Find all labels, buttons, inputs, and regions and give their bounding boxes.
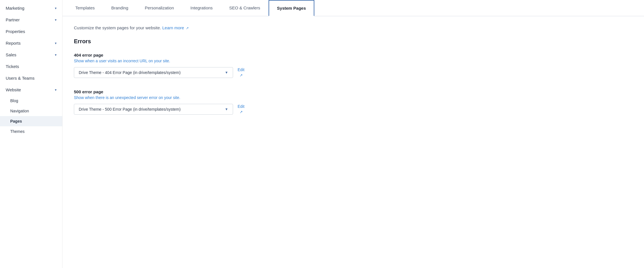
- sidebar-sub-item-navigation[interactable]: Navigation: [0, 106, 62, 116]
- chevron-down-icon: ▾: [55, 88, 57, 92]
- error-500-label: 500 error page: [74, 89, 307, 94]
- sidebar-sub-item-label: Themes: [10, 129, 25, 134]
- sidebar-sub-item-label: Blog: [10, 98, 18, 103]
- sidebar-item-website[interactable]: Website ▾: [0, 84, 62, 96]
- tab-seo-crawlers[interactable]: SEO & Crawlers: [221, 0, 268, 16]
- error-404-dropdown-value: Drive Theme - 404 Error Page (in drive/t…: [79, 70, 180, 75]
- tab-personalization[interactable]: Personalization: [136, 0, 182, 16]
- sidebar-item-label: Sales: [6, 52, 16, 57]
- tab-templates[interactable]: Templates: [67, 0, 103, 16]
- tab-integrations[interactable]: Integrations: [182, 0, 221, 16]
- external-link-icon: ↗: [186, 26, 189, 30]
- main-content: Templates Branding Personalization Integ…: [63, 0, 644, 268]
- chevron-down-icon: ▾: [55, 6, 57, 10]
- sidebar-sub-item-label: Pages: [10, 119, 22, 123]
- sidebar-item-label: Tickets: [6, 64, 19, 69]
- sidebar-item-label: Reports: [6, 41, 21, 46]
- sidebar-item-label: Partner: [6, 17, 20, 22]
- sidebar-item-partner[interactable]: Partner ▾: [0, 14, 62, 26]
- page-content: Customize the system pages for your webs…: [63, 16, 318, 135]
- external-link-icon: ↗: [240, 73, 243, 78]
- error-404-edit-link[interactable]: Edit ↗: [238, 67, 244, 78]
- errors-section-title: Errors: [74, 38, 307, 45]
- dropdown-arrow-icon: ▼: [225, 107, 228, 111]
- error-404-block: 404 error page Show when a user visits a…: [74, 53, 307, 78]
- error-404-dropdown[interactable]: Drive Theme - 404 Error Page (in drive/t…: [74, 67, 233, 78]
- sidebar-item-tickets[interactable]: Tickets: [0, 61, 62, 72]
- error-500-edit-link[interactable]: Edit ↗: [238, 104, 244, 115]
- sidebar-item-label: Website: [6, 87, 21, 92]
- sidebar: Marketing ▾ Partner ▾ Properties Reports…: [0, 0, 63, 268]
- error-404-description: Show when a user visits an incorrect URL…: [74, 59, 307, 63]
- tab-system-pages[interactable]: System Pages: [269, 0, 315, 16]
- sidebar-item-users-teams[interactable]: Users & Teams: [0, 72, 62, 84]
- sidebar-sub-item-blog[interactable]: Blog: [0, 96, 62, 106]
- error-500-block: 500 error page Show when there is an une…: [74, 89, 307, 115]
- chevron-down-icon: ▾: [55, 53, 57, 57]
- sidebar-sub-item-pages[interactable]: Pages: [0, 116, 62, 126]
- sidebar-item-reports[interactable]: Reports ▾: [0, 37, 62, 49]
- error-500-row: Drive Theme - 500 Error Page (in drive/t…: [74, 104, 307, 115]
- learn-more-link[interactable]: Learn more ↗: [162, 25, 189, 30]
- chevron-down-icon: ▾: [55, 41, 57, 45]
- sidebar-item-label: Properties: [6, 29, 25, 34]
- sidebar-sub-item-label: Navigation: [10, 109, 29, 113]
- tab-branding[interactable]: Branding: [103, 0, 136, 16]
- tab-bar: Templates Branding Personalization Integ…: [63, 0, 644, 16]
- error-500-description: Show when there is an unexpected server …: [74, 95, 307, 100]
- sidebar-item-marketing[interactable]: Marketing ▾: [0, 2, 62, 14]
- sidebar-sub-item-themes[interactable]: Themes: [0, 126, 62, 137]
- sidebar-item-sales[interactable]: Sales ▾: [0, 49, 62, 61]
- sidebar-item-label: Users & Teams: [6, 76, 34, 81]
- external-link-icon: ↗: [240, 110, 243, 115]
- error-404-row: Drive Theme - 404 Error Page (in drive/t…: [74, 67, 307, 78]
- chevron-down-icon: ▾: [55, 18, 57, 22]
- error-500-dropdown[interactable]: Drive Theme - 500 Error Page (in drive/t…: [74, 104, 233, 115]
- intro-text: Customize the system pages for your webs…: [74, 25, 307, 30]
- sidebar-item-label: Marketing: [6, 6, 24, 11]
- error-500-dropdown-value: Drive Theme - 500 Error Page (in drive/t…: [79, 107, 180, 112]
- error-404-label: 404 error page: [74, 53, 307, 57]
- dropdown-arrow-icon: ▼: [225, 71, 228, 75]
- sidebar-item-properties[interactable]: Properties: [0, 26, 62, 37]
